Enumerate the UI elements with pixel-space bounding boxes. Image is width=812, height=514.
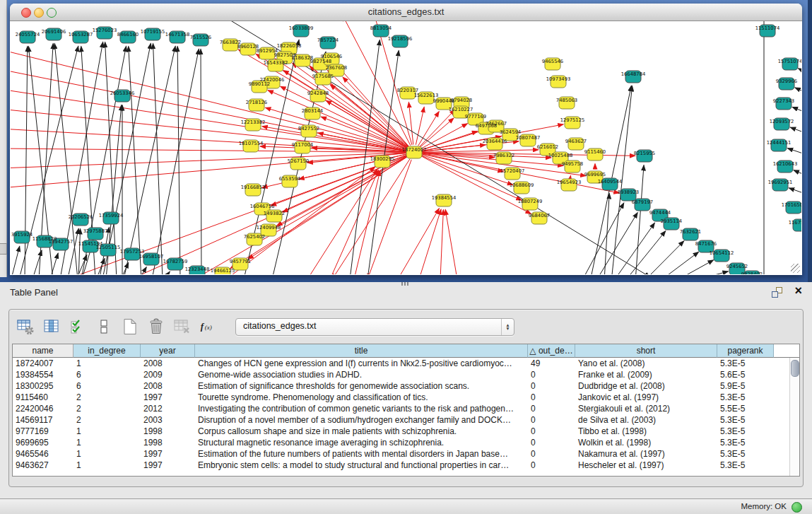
column-header-title[interactable]: title [195, 344, 528, 358]
table-cell[interactable]: Dudbridge et al. (2008) [575, 380, 717, 392]
table-cell[interactable]: Corpus callosum shape and size in male p… [195, 426, 528, 437]
table-cell[interactable]: 2 [73, 414, 141, 426]
network-edge[interactable] [421, 129, 487, 150]
network-edge[interactable] [789, 188, 801, 195]
table-cell[interactable]: 1998 [141, 426, 195, 437]
network-edge[interactable] [177, 46, 180, 274]
network-edge[interactable] [419, 209, 441, 274]
table-column-icon[interactable] [42, 317, 61, 336]
table-cell[interactable]: Disruption of a novel member of a sodium… [195, 414, 528, 426]
table-cell[interactable]: Yano et al. (2008) [575, 358, 717, 369]
network-edge[interactable] [798, 69, 801, 74]
table-row[interactable]: 946362711997Embryonic stem cells: a mode… [13, 460, 799, 471]
table-cell[interactable]: 2008 [141, 380, 195, 392]
table-cell[interactable]: 9465546 [13, 448, 73, 460]
table-cell[interactable]: 5.3E-5 [717, 460, 774, 471]
table-cell[interactable]: Genome-wide association studies in ADHD. [195, 369, 528, 380]
network-edge[interactable] [787, 148, 801, 156]
network-edge[interactable] [78, 228, 81, 274]
table-cell[interactable]: 2 [73, 403, 141, 414]
table-cell[interactable]: 1998 [141, 437, 195, 448]
table-cell[interactable]: 0 [528, 369, 575, 380]
table-cell[interactable]: 2009 [141, 369, 195, 380]
network-edge[interactable] [790, 127, 801, 134]
table-cell[interactable]: 0 [528, 448, 575, 460]
table-cell[interactable]: 49 [528, 358, 575, 369]
vertical-scrollbar[interactable] [789, 358, 799, 476]
table-cell[interactable]: 5.3E-5 [717, 448, 774, 460]
table-cell[interactable]: 18724007 [13, 358, 73, 369]
rows-icon[interactable] [95, 317, 113, 336]
table-row[interactable]: 2242004622012Investigating the contribut… [13, 403, 799, 414]
network-edge[interactable] [690, 271, 728, 274]
network-edge[interactable] [794, 170, 801, 177]
left-panel-collapsed-tab[interactable] [0, 243, 7, 255]
table-cell[interactable]: 22420046 [13, 403, 73, 414]
table-cell[interactable]: 9463627 [13, 460, 73, 471]
table-cell[interactable]: 0 [528, 460, 575, 471]
table-cell[interactable]: 9699695 [13, 437, 73, 448]
network-edge[interactable] [367, 160, 411, 274]
table-cell[interactable]: 2 [73, 392, 141, 403]
column-header-name[interactable]: name [13, 344, 73, 358]
table-cell[interactable]: de Silva et al. (2003) [575, 414, 717, 426]
table-row[interactable]: 1456911722003Disruption of a novel membe… [13, 414, 799, 426]
table-row[interactable]: 911546021997Tourette syndrome. Phenomeno… [13, 392, 799, 403]
table-cell[interactable]: 1 [73, 358, 141, 369]
table-row[interactable]: 969969511998Structural magnetic resonanc… [13, 437, 799, 448]
table-cell[interactable]: 1 [73, 460, 141, 471]
table-cell[interactable]: 0 [528, 437, 575, 448]
column-header-short[interactable]: short [575, 344, 717, 358]
table-cell[interactable]: 5.9E-5 [717, 380, 774, 392]
new-document-icon[interactable] [121, 317, 139, 336]
network-edge[interactable] [625, 231, 666, 274]
table-cell[interactable]: 0 [528, 380, 575, 392]
trash-icon[interactable] [147, 317, 165, 336]
table-cell[interactable]: 0 [528, 426, 575, 437]
table-cell[interactable]: Estimation of significance thresholds fo… [195, 380, 528, 392]
table-select-dropdown[interactable]: citations_edges.txt ▲▼ [235, 318, 514, 336]
table-cell[interactable]: Stergiakouli et al. (2012) [575, 403, 717, 414]
network-edge[interactable] [644, 241, 684, 274]
network-edge[interactable] [398, 209, 439, 274]
table-cell[interactable]: 9777169 [13, 426, 73, 437]
table-row[interactable]: 977716911998Corpus callosum shape and si… [13, 426, 799, 437]
table-cell[interactable]: 2008 [141, 358, 195, 369]
column-header-year[interactable]: year [141, 344, 195, 358]
network-edge[interactable] [440, 209, 443, 274]
table-cell[interactable]: 6 [73, 380, 141, 392]
network-edge[interactable] [795, 88, 801, 94]
table-cell[interactable]: 1 [73, 448, 141, 460]
table-cell[interactable]: 2003 [141, 414, 195, 426]
table-cell[interactable]: 5.3E-5 [717, 358, 774, 369]
network-edge[interactable] [659, 252, 699, 274]
table-cell[interactable]: 5.5E-5 [717, 403, 774, 414]
network-edge[interactable] [163, 271, 170, 274]
table-cell[interactable]: Jankovic et al. (1997) [575, 392, 717, 403]
network-edge[interactable] [138, 267, 146, 274]
table-row[interactable]: 946554611997Estimation of the future num… [13, 448, 799, 460]
table-cell[interactable]: 1997 [141, 460, 195, 471]
network-edge[interactable] [792, 107, 801, 114]
table-cell[interactable]: Wolkin et al. (1998) [575, 437, 717, 448]
table-cell[interactable]: Franke et al. (2009) [575, 369, 717, 380]
table-cell[interactable]: 14569117 [13, 414, 73, 426]
window-resize-grip[interactable] [791, 264, 800, 273]
table-cell[interactable]: 1 [73, 426, 141, 437]
table-cell[interactable]: 6 [73, 369, 141, 380]
network-edge[interactable] [635, 165, 644, 274]
table-cell[interactable]: 1997 [141, 448, 195, 460]
table-cell[interactable]: Tibbo et al. (1998) [575, 426, 717, 437]
network-edge[interactable] [338, 66, 409, 146]
table-cell[interactable]: 19384554 [13, 369, 73, 380]
table-cell[interactable]: 5.3E-5 [717, 426, 774, 437]
table-cell[interactable]: 5.3E-5 [717, 437, 774, 448]
table-cell[interactable]: 1 [73, 437, 141, 448]
function-icon[interactable]: f (x) [199, 317, 218, 336]
float-panel-icon[interactable] [772, 287, 782, 298]
network-canvas[interactable]: 1872400776638228960128891295418226058982… [11, 21, 801, 274]
table-cell[interactable]: Investigating the contribution of common… [195, 403, 528, 414]
column-header-pagerank[interactable]: pagerank [717, 344, 774, 358]
network-edge[interactable] [201, 49, 201, 274]
table-cell[interactable]: 9115460 [13, 392, 73, 403]
